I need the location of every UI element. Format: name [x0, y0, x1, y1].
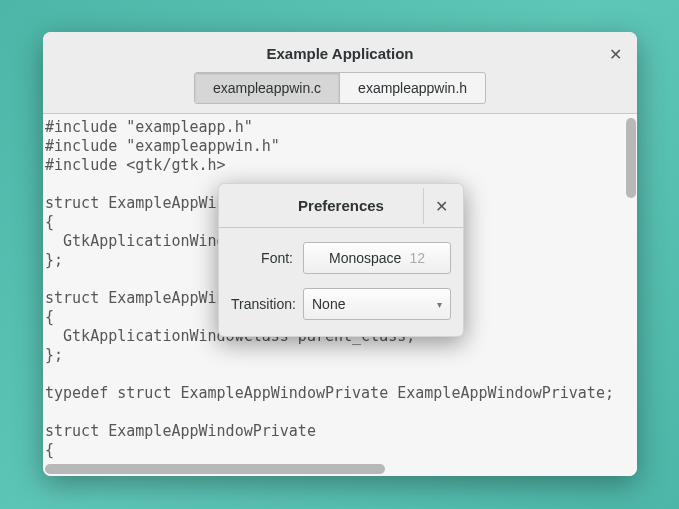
preferences-body: Font: Monospace 12 Transition: None ▾	[219, 228, 463, 336]
horizontal-scrollbar[interactable]	[45, 464, 385, 474]
transition-combobox[interactable]: None ▾	[303, 288, 451, 320]
font-chooser-button[interactable]: Monospace 12	[303, 242, 451, 274]
preferences-dialog: Preferences ✕ Font: Monospace 12 Transit…	[218, 183, 464, 337]
font-label: Font:	[231, 250, 303, 266]
transition-row: Transition: None ▾	[231, 288, 451, 320]
chevron-down-icon: ▾	[437, 299, 442, 310]
font-row: Font: Monospace 12	[231, 242, 451, 274]
vertical-scrollbar[interactable]	[626, 118, 636, 198]
header-bar: Example Application ✕ exampleappwin.c ex…	[43, 32, 637, 114]
window-title: Example Application	[267, 45, 414, 62]
font-size-value: 12	[409, 250, 425, 266]
close-icon[interactable]: ✕	[423, 188, 459, 224]
close-icon[interactable]: ✕	[603, 42, 627, 66]
transition-value: None	[312, 296, 345, 312]
preferences-header: Preferences ✕	[219, 184, 463, 228]
tab-switcher: exampleappwin.c exampleappwin.h	[194, 72, 486, 104]
font-family-value: Monospace	[329, 250, 401, 266]
tab-exampleappwin-h[interactable]: exampleappwin.h	[340, 73, 485, 103]
transition-label: Transition:	[231, 296, 303, 312]
tab-exampleappwin-c[interactable]: exampleappwin.c	[195, 73, 340, 103]
preferences-title: Preferences	[298, 197, 384, 214]
